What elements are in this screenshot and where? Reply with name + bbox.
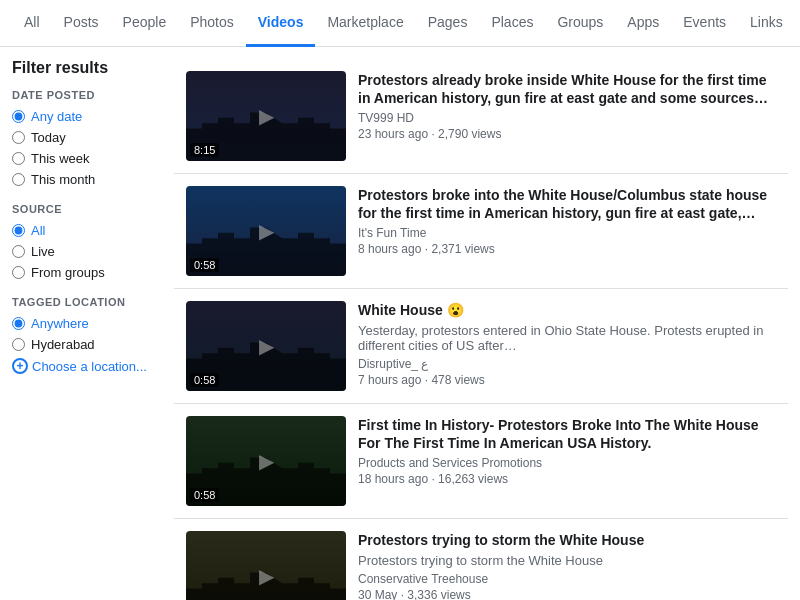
video-duration-4: 0:58	[190, 488, 219, 502]
video-duration-2: 0:58	[190, 258, 219, 272]
filter-source-all[interactable]: All	[12, 223, 162, 238]
filter-any-date[interactable]: Any date	[12, 109, 162, 124]
video-meta-3: 7 hours ago · 478 views	[358, 373, 776, 387]
filter-sidebar: Filter results DATE POSTED Any date Toda…	[12, 59, 162, 600]
video-card-2[interactable]: 0:58 Protestors broke into the White Hou…	[174, 174, 788, 289]
filter-this-month[interactable]: This month	[12, 172, 162, 187]
video-subtitle-3: Yesterday, protestors entered in Ohio St…	[358, 323, 776, 353]
video-duration-1: 8:15	[190, 143, 219, 157]
top-navigation: All Posts People Photos Videos Marketpla…	[0, 0, 800, 47]
video-results: 8:15 Protestors already broke inside Whi…	[174, 59, 788, 600]
video-subtitle-5: Protestors trying to storm the White Hou…	[358, 553, 776, 568]
filter-source-live[interactable]: Live	[12, 244, 162, 259]
filter-location-hyderabad[interactable]: Hyderabad	[12, 337, 162, 352]
video-title-2: Protestors broke into the White House/Co…	[358, 186, 776, 222]
tab-photos[interactable]: Photos	[178, 0, 246, 47]
video-card-3[interactable]: 0:58 White House 😮 Yesterday, protestors…	[174, 289, 788, 404]
tab-all[interactable]: All	[12, 0, 52, 47]
video-thumbnail-5: 0:29	[186, 531, 346, 600]
video-source-5: Conservative Treehouse	[358, 572, 776, 586]
video-card-1[interactable]: 8:15 Protestors already broke inside Whi…	[174, 59, 788, 174]
video-thumbnail-3: 0:58	[186, 301, 346, 391]
filter-location-anywhere[interactable]: Anywhere	[12, 316, 162, 331]
source-label: SOURCE	[12, 203, 162, 215]
video-source-2: It's Fun Time	[358, 226, 776, 240]
tab-places[interactable]: Places	[479, 0, 545, 47]
video-thumbnail-4: 0:58	[186, 416, 346, 506]
filter-title: Filter results	[12, 59, 162, 77]
video-meta-1: 23 hours ago · 2,790 views	[358, 127, 776, 141]
video-info-4: First time In History- Protestors Broke …	[358, 416, 776, 506]
tab-people[interactable]: People	[111, 0, 179, 47]
tab-links[interactable]: Links	[738, 0, 795, 47]
video-source-3: Disruptive_ ع	[358, 357, 776, 371]
tab-marketplace[interactable]: Marketplace	[315, 0, 415, 47]
filter-today[interactable]: Today	[12, 130, 162, 145]
video-title-4: First time In History- Protestors Broke …	[358, 416, 776, 452]
tab-pages[interactable]: Pages	[416, 0, 480, 47]
video-meta-5: 30 May · 3,336 views	[358, 588, 776, 600]
date-posted-section: DATE POSTED Any date Today This week Thi…	[12, 89, 162, 187]
filter-source-from-groups[interactable]: From groups	[12, 265, 162, 280]
video-card-5[interactable]: 0:29 Protestors trying to storm the Whit…	[174, 519, 788, 600]
video-meta-2: 8 hours ago · 2,371 views	[358, 242, 776, 256]
video-title-1: Protestors already broke inside White Ho…	[358, 71, 776, 107]
video-card-4[interactable]: 0:58 First time In History- Protestors B…	[174, 404, 788, 519]
video-thumbnail-2: 0:58	[186, 186, 346, 276]
video-info-3: White House 😮 Yesterday, protestors ente…	[358, 301, 776, 391]
video-source-1: TV999 HD	[358, 111, 776, 125]
tab-videos[interactable]: Videos	[246, 0, 316, 47]
video-info-2: Protestors broke into the White House/Co…	[358, 186, 776, 276]
filter-this-week[interactable]: This week	[12, 151, 162, 166]
video-title-3: White House 😮	[358, 301, 776, 319]
date-posted-label: DATE POSTED	[12, 89, 162, 101]
video-thumbnail-1: 8:15	[186, 71, 346, 161]
video-title-5: Protestors trying to storm the White Hou…	[358, 531, 776, 549]
tagged-location-label: TAGGED LOCATION	[12, 296, 162, 308]
main-content: Filter results DATE POSTED Any date Toda…	[0, 47, 800, 600]
video-source-4: Products and Services Promotions	[358, 456, 776, 470]
tab-groups[interactable]: Groups	[545, 0, 615, 47]
choose-location-button[interactable]: + Choose a location...	[12, 358, 162, 374]
plus-icon: +	[12, 358, 28, 374]
video-duration-3: 0:58	[190, 373, 219, 387]
play-icon	[186, 531, 346, 600]
video-meta-4: 18 hours ago · 16,263 views	[358, 472, 776, 486]
tab-apps[interactable]: Apps	[615, 0, 671, 47]
tab-posts[interactable]: Posts	[52, 0, 111, 47]
source-section: SOURCE All Live From groups	[12, 203, 162, 280]
tagged-location-section: TAGGED LOCATION Anywhere Hyderabad + Cho…	[12, 296, 162, 374]
video-info-1: Protestors already broke inside White Ho…	[358, 71, 776, 161]
video-info-5: Protestors trying to storm the White Hou…	[358, 531, 776, 600]
tab-events[interactable]: Events	[671, 0, 738, 47]
